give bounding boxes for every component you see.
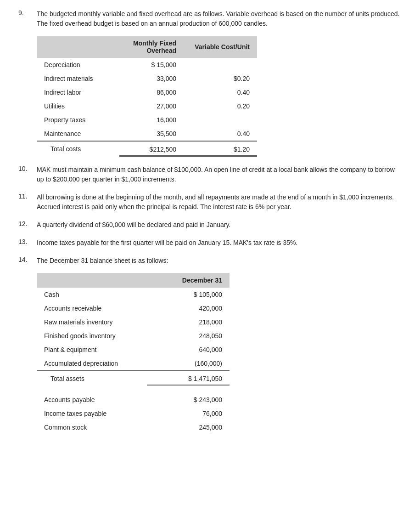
overhead-row-depreciation: Depreciation $ 15,000 (37, 58, 257, 72)
balance-row-income-taxes-payable: Income taxes payable 76,000 (37, 407, 230, 420)
total-assets-label: Total assets (37, 371, 147, 386)
cash-label: Cash (37, 288, 147, 301)
balance-row-common-stock: Common stock 245,000 (37, 420, 230, 434)
finished-goods-label: Finished goods inventory (37, 329, 147, 343)
property-taxes-variable (184, 113, 257, 127)
section-11-text: All borrowing is done at the beginning o… (37, 193, 402, 212)
section-11: 11. All borrowing is done at the beginni… (18, 193, 402, 212)
utilities-variable: 0.20 (184, 99, 257, 113)
indirect-materials-label: Indirect materials (37, 72, 119, 85)
balance-col-dec31: December 31 (147, 273, 230, 288)
section-12: 12. A quarterly dividend of $60,000 will… (18, 220, 402, 230)
indirect-labor-label: Indirect labor (37, 85, 119, 99)
balance-total-assets-row: Total assets $ 1,471,050 (37, 371, 230, 386)
accum-depreciation-value: (160,000) (147, 357, 230, 371)
property-taxes-fixed: 16,000 (119, 113, 184, 127)
accounts-payable-label: Accounts payable (37, 393, 147, 407)
maintenance-variable: 0.40 (184, 127, 257, 141)
section-number-12: 12. (18, 220, 37, 230)
overhead-row-indirect-labor: Indirect labor 86,000 0.40 (37, 85, 257, 99)
total-costs-label: Total costs (37, 141, 119, 156)
accounts-receivable-label: Accounts receivable (37, 301, 147, 315)
balance-row-accounts-receivable: Accounts receivable 420,000 (37, 301, 230, 315)
overhead-row-maintenance: Maintenance 35,500 0.40 (37, 127, 257, 141)
section-number-9: 9. (18, 9, 37, 157)
balance-row-plant-equipment: Plant & equipment 640,000 (37, 343, 230, 357)
section-content-10: MAK must maintain a minimum cash balance… (37, 165, 402, 184)
section-12-text: A quarterly dividend of $60,000 will be … (37, 220, 402, 230)
balance-spacer (37, 386, 230, 393)
indirect-labor-variable: 0.40 (184, 85, 257, 99)
utilities-label: Utilities (37, 99, 119, 113)
overhead-col-fixed: Monthly FixedOverhead (119, 36, 184, 58)
balance-row-raw-materials: Raw materials inventory 218,000 (37, 315, 230, 329)
maintenance-fixed: 35,500 (119, 127, 184, 141)
depreciation-variable (184, 58, 257, 72)
section-14: 14. The December 31 balance sheet is as … (18, 256, 402, 434)
raw-materials-label: Raw materials inventory (37, 315, 147, 329)
balance-row-accounts-payable: Accounts payable $ 243,000 (37, 393, 230, 407)
section-content-9: The budgeted monthly variable and fixed … (37, 9, 402, 157)
overhead-row-utilities: Utilities 27,000 0.20 (37, 99, 257, 113)
section-content-13: Income taxes payable for the first quart… (37, 238, 402, 248)
overhead-row-property-taxes: Property taxes 16,000 (37, 113, 257, 127)
accounts-payable-value: $ 243,000 (147, 393, 230, 407)
section-content-11: All borrowing is done at the beginning o… (37, 193, 402, 212)
finished-goods-value: 248,050 (147, 329, 230, 343)
common-stock-value: 245,000 (147, 420, 230, 434)
section-number-13: 13. (18, 238, 37, 248)
plant-equipment-label: Plant & equipment (37, 343, 147, 357)
common-stock-label: Common stock (37, 420, 147, 434)
total-assets-value: $ 1,471,050 (147, 371, 230, 386)
raw-materials-value: 218,000 (147, 315, 230, 329)
section-content-14: The December 31 balance sheet is as foll… (37, 256, 402, 434)
accum-depreciation-label: Accumulated depreciation (37, 357, 147, 371)
section-content-12: A quarterly dividend of $60,000 will be … (37, 220, 402, 230)
depreciation-fixed: $ 15,000 (119, 58, 184, 72)
overhead-row-indirect-materials: Indirect materials 33,000 $0.20 (37, 72, 257, 85)
maintenance-label: Maintenance (37, 127, 119, 141)
depreciation-label: Depreciation (37, 58, 119, 72)
indirect-labor-fixed: 86,000 (119, 85, 184, 99)
balance-row-accumulated-depreciation: Accumulated depreciation (160,000) (37, 357, 230, 371)
balance-row-finished-goods: Finished goods inventory 248,050 (37, 329, 230, 343)
balance-row-cash: Cash $ 105,000 (37, 288, 230, 301)
income-taxes-payable-value: 76,000 (147, 407, 230, 420)
section-number-14: 14. (18, 256, 37, 434)
cash-value: $ 105,000 (147, 288, 230, 301)
section-number-11: 11. (18, 193, 37, 212)
balance-col-label (37, 273, 147, 288)
plant-equipment-value: 640,000 (147, 343, 230, 357)
utilities-fixed: 27,000 (119, 99, 184, 113)
income-taxes-payable-label: Income taxes payable (37, 407, 147, 420)
overhead-total-row: Total costs $212,500 $1.20 (37, 141, 257, 156)
section-10: 10. MAK must maintain a minimum cash bal… (18, 165, 402, 184)
balance-sheet-table: December 31 Cash $ 105,000 Accounts rece… (37, 273, 230, 434)
overhead-col-label (37, 36, 119, 58)
section-10-text: MAK must maintain a minimum cash balance… (37, 165, 402, 184)
section-number-10: 10. (18, 165, 37, 184)
total-costs-variable: $1.20 (184, 141, 257, 156)
overhead-col-variable: Variable Cost/Unit (184, 36, 257, 58)
indirect-materials-fixed: 33,000 (119, 72, 184, 85)
section-13: 13. Income taxes payable for the first q… (18, 238, 402, 248)
property-taxes-label: Property taxes (37, 113, 119, 127)
indirect-materials-variable: $0.20 (184, 72, 257, 85)
section-9: 9. The budgeted monthly variable and fix… (18, 9, 402, 157)
total-costs-fixed: $212,500 (119, 141, 184, 156)
overhead-table: Monthly FixedOverhead Variable Cost/Unit… (37, 36, 257, 157)
section-14-text: The December 31 balance sheet is as foll… (37, 256, 402, 266)
section-9-text: The budgeted monthly variable and fixed … (37, 9, 402, 28)
section-13-text: Income taxes payable for the first quart… (37, 238, 402, 248)
accounts-receivable-value: 420,000 (147, 301, 230, 315)
